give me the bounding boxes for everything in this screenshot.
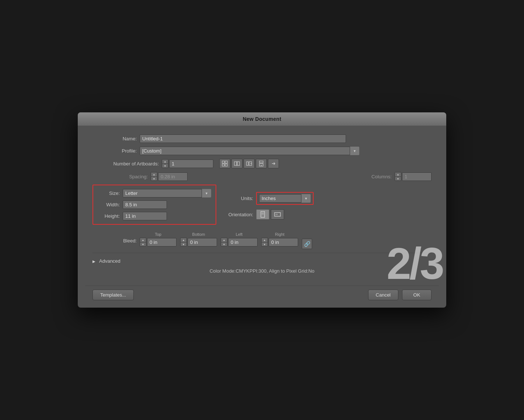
spacing-section: Spacing: ▲ ▼: [92, 172, 188, 181]
units-label: Units:: [224, 196, 253, 201]
spacing-label: Spacing:: [92, 174, 148, 179]
bleed-right-label: Right: [261, 232, 298, 237]
svg-rect-7: [247, 162, 248, 165]
arrange-right-icon[interactable]: [244, 159, 255, 168]
footer: Templates... Cancel OK: [78, 286, 446, 308]
bleed-right-increment[interactable]: ▲: [261, 238, 268, 242]
bleed-left-decrement[interactable]: ▼: [221, 242, 227, 246]
svg-rect-9: [259, 161, 263, 163]
bleed-right-input[interactable]: [269, 238, 298, 246]
units-orientation-section: Units: Pixels Points Picas Inches Millim…: [224, 185, 432, 220]
name-row: Name:: [92, 134, 432, 143]
svg-rect-5: [237, 162, 240, 165]
bleed-top-input[interactable]: [147, 238, 177, 246]
artboards-spinner: ▲ ▼: [162, 159, 213, 168]
spacing-decrement[interactable]: ▼: [151, 176, 157, 181]
profile-select[interactable]: [Custom] Print Web: [140, 147, 359, 155]
templates-button[interactable]: Templates...: [92, 290, 134, 300]
arrange-arrow-icon[interactable]: [268, 159, 279, 168]
width-input[interactable]: [123, 200, 167, 209]
bleed-bottom-spinner: ▲ ▼: [180, 238, 217, 246]
orientation-label: Orientation:: [224, 212, 253, 217]
name-input[interactable]: [140, 134, 346, 143]
bleed-left-group: Left ▲ ▼: [221, 232, 258, 249]
artboards-increment[interactable]: ▲: [162, 159, 168, 164]
svg-rect-11: [261, 211, 265, 217]
footer-right: Cancel OK: [368, 290, 432, 300]
bleed-bottom-increment[interactable]: ▲: [180, 238, 187, 242]
bleed-top-group: Top ▲ ▼: [140, 232, 177, 249]
portrait-button[interactable]: [256, 209, 269, 220]
size-row: Size: Letter Legal Tabloid A4 A3: [98, 189, 211, 197]
columns-increment[interactable]: ▲: [395, 172, 401, 176]
spacing-increment[interactable]: ▲: [151, 172, 157, 176]
artboards-decrement[interactable]: ▼: [162, 164, 168, 168]
profile-row: Profile: [Custom] Print Web: [92, 147, 432, 155]
bleed-bottom-group: Bottom ▲ ▼: [180, 232, 217, 249]
units-row: Units: Pixels Points Picas Inches Millim…: [224, 192, 432, 205]
grid-layout-icon[interactable]: [219, 159, 230, 168]
bleed-bottom-decrement[interactable]: ▼: [180, 242, 187, 246]
orientation-row: Orientation:: [224, 209, 432, 220]
size-select[interactable]: Letter Legal Tabloid A4 A3: [123, 189, 211, 197]
artboards-spinner-buttons: ▲ ▼: [162, 159, 168, 168]
bleed-bottom-input[interactable]: [188, 238, 217, 246]
svg-rect-2: [222, 164, 224, 166]
width-row: Width:: [98, 200, 211, 209]
ok-button[interactable]: OK: [402, 290, 432, 300]
divider-1: [92, 253, 432, 253]
bleed-left-input[interactable]: [228, 238, 258, 246]
columns-spinner-buttons: ▲ ▼: [395, 172, 401, 181]
grid-row-icon[interactable]: [231, 159, 242, 168]
size-select-wrapper: Letter Legal Tabloid A4 A3: [123, 189, 211, 197]
bleed-right-spinner: ▲ ▼: [261, 238, 298, 246]
advanced-row[interactable]: ▶ Advanced: [92, 256, 432, 266]
bleed-right-decrement[interactable]: ▼: [261, 242, 268, 246]
width-label: Width:: [98, 202, 120, 207]
columns-input[interactable]: [402, 172, 432, 181]
units-select-wrapper: Pixels Points Picas Inches Millimeters C…: [259, 194, 311, 203]
columns-section: Columns: ▲ ▼: [362, 172, 432, 181]
bleed-bottom-label: Bottom: [180, 232, 217, 237]
profile-select-wrapper: [Custom] Print Web: [140, 147, 359, 155]
height-row: Height:: [98, 212, 211, 220]
landscape-button[interactable]: [271, 209, 284, 220]
bleed-left-label: Left: [221, 232, 258, 237]
svg-rect-0: [222, 161, 224, 163]
size-section: Size: Letter Legal Tabloid A4 A3: [92, 185, 216, 228]
main-content-row: Size: Letter Legal Tabloid A4 A3: [92, 185, 432, 228]
columns-decrement[interactable]: ▼: [395, 176, 401, 181]
spacing-spinner: ▲ ▼: [151, 172, 188, 181]
bleed-right-group: Right ▲ ▼: [261, 232, 298, 249]
bleed-left-spinner: ▲ ▼: [221, 238, 258, 246]
bleed-top-spinner: ▲ ▼: [140, 238, 177, 246]
artboards-row: Number of Artboards: ▲ ▼: [92, 159, 432, 168]
artboard-layout-icons: [219, 159, 279, 168]
size-label: Size:: [98, 190, 120, 196]
bleed-top-label: Top: [140, 232, 177, 237]
units-box: Pixels Points Picas Inches Millimeters C…: [256, 192, 314, 205]
bleed-top-increment[interactable]: ▲: [140, 238, 146, 242]
bleed-fields: Top ▲ ▼ Bottom ▲: [140, 232, 432, 249]
advanced-triangle-icon: ▶: [92, 259, 96, 263]
spacing-columns-row: Spacing: ▲ ▼ Columns: ▲ ▼: [92, 172, 432, 181]
color-mode-info: Color Mode:CMYKPPI:300, Align to Pixel G…: [92, 268, 432, 274]
artboards-input[interactable]: [169, 160, 213, 168]
height-input[interactable]: [123, 212, 167, 220]
color-mode-text: Color Mode:CMYKPPI:300, Align to Pixel G…: [210, 268, 315, 274]
units-select[interactable]: Pixels Points Picas Inches Millimeters C…: [259, 194, 311, 203]
title-bar: New Document: [78, 112, 446, 126]
spacing-spinner-buttons: ▲ ▼: [151, 172, 157, 181]
height-label: Height:: [98, 213, 120, 219]
artboards-label: Number of Artboards:: [92, 161, 159, 167]
advanced-label: Advanced: [99, 258, 120, 264]
bleed-left-increment[interactable]: ▲: [221, 238, 227, 242]
cancel-button[interactable]: Cancel: [368, 290, 398, 300]
arrange-down-icon[interactable]: [256, 159, 267, 168]
columns-spinner: ▲ ▼: [395, 172, 432, 181]
bleed-lock-button[interactable]: 🔗: [302, 239, 312, 249]
spacing-input[interactable]: [158, 172, 188, 181]
bleed-top-decrement[interactable]: ▼: [140, 242, 146, 246]
svg-rect-14: [275, 213, 280, 216]
svg-rect-3: [225, 164, 227, 166]
